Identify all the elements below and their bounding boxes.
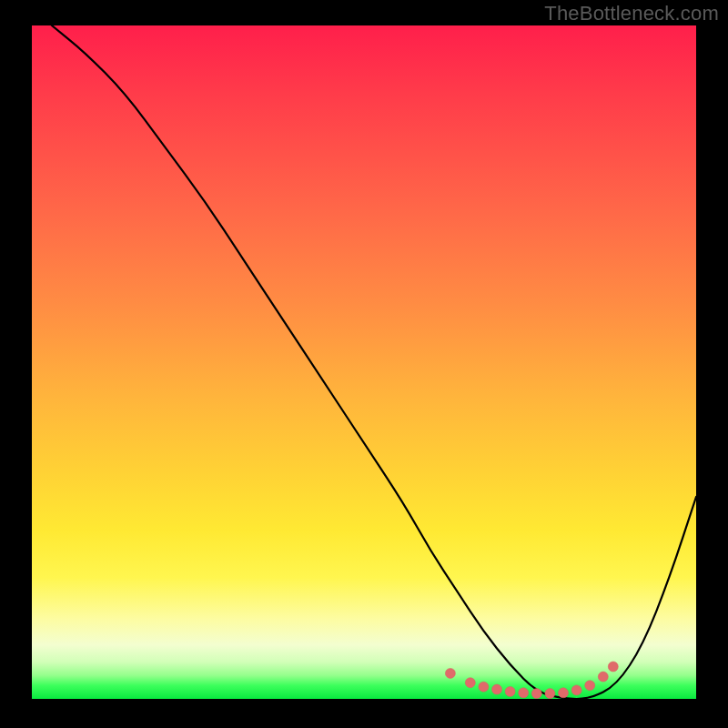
marker-dot bbox=[585, 681, 595, 691]
marker-dot bbox=[608, 662, 618, 672]
chart-svg bbox=[32, 25, 696, 699]
optimal-range-dots bbox=[445, 662, 618, 699]
marker-dot bbox=[571, 685, 581, 695]
marker-dot bbox=[598, 672, 608, 682]
marker-dot bbox=[519, 688, 529, 698]
bottleneck-curve bbox=[52, 25, 696, 699]
marker-dot bbox=[545, 689, 555, 699]
marker-dot bbox=[505, 686, 515, 696]
marker-dot bbox=[445, 668, 455, 678]
marker-dot bbox=[479, 682, 489, 692]
marker-dot bbox=[531, 689, 541, 699]
chart-container: TheBottleneck.com bbox=[0, 0, 728, 728]
marker-dot bbox=[559, 688, 569, 698]
marker-dot bbox=[465, 678, 475, 688]
marker-dot bbox=[492, 684, 502, 694]
watermark-text: TheBottleneck.com bbox=[544, 2, 719, 25]
plot-area bbox=[32, 25, 696, 699]
